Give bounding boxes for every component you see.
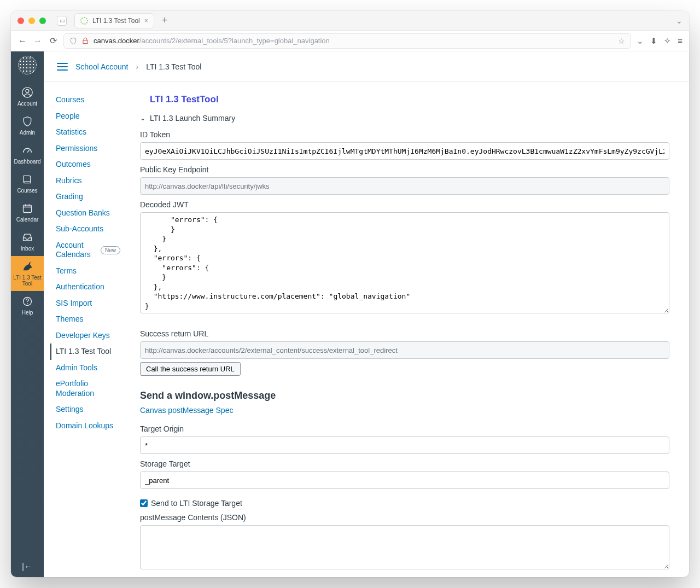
browser-tab[interactable]: LTI 1.3 Test Tool × <box>74 13 154 28</box>
global-nav-label: Inbox <box>21 246 34 252</box>
app-body: Account Admin Dashboard Courses <box>11 51 689 577</box>
subnav-item[interactable]: ePortfolio Moderation <box>56 376 120 401</box>
send-storage-checkbox-row[interactable]: Send to LTI Storage Target <box>140 499 669 508</box>
book-icon <box>21 173 33 185</box>
svg-rect-2 <box>24 205 32 212</box>
unicorn-icon <box>21 260 33 272</box>
global-nav-label: Courses <box>17 188 37 194</box>
main: School Account › LTI 1.3 Test Tool Cours… <box>44 51 689 577</box>
tab-close-icon[interactable]: × <box>144 17 148 25</box>
canvas-logo-icon[interactable] <box>18 56 37 74</box>
svg-point-4 <box>27 303 28 304</box>
id-token-input[interactable] <box>140 142 669 160</box>
post-message-contents-textarea[interactable] <box>140 525 669 569</box>
subnav-item[interactable]: Sub-Accounts <box>56 221 120 237</box>
global-nav: Account Admin Dashboard Courses <box>11 51 44 577</box>
hamburger-icon[interactable] <box>57 63 68 71</box>
close-window-icon[interactable] <box>18 18 24 24</box>
global-nav-account[interactable]: Account <box>11 82 44 111</box>
global-nav-label: Dashboard <box>14 159 41 165</box>
collapse-nav-icon[interactable]: |← <box>11 562 44 572</box>
global-nav-inbox[interactable]: Inbox <box>11 227 44 256</box>
subnav-item[interactable]: Account Calendars <box>56 237 97 263</box>
send-storage-label: Send to LTI Storage Target <box>151 499 242 508</box>
pocket-icon[interactable]: ⌄ <box>637 36 644 46</box>
global-nav-label: LTI 1.3 Test Tool <box>12 275 43 287</box>
chevron-down-icon: ⌄ <box>140 114 145 122</box>
new-badge: New <box>101 246 120 254</box>
global-nav-courses[interactable]: Courses <box>11 169 44 198</box>
subnav-item[interactable]: Outcomes <box>56 156 120 173</box>
global-nav-label: Account <box>18 101 37 107</box>
sidebar-toggle-icon[interactable]: ▭ <box>57 16 67 26</box>
subnav-item[interactable]: Statistics <box>56 124 120 141</box>
launch-summary-label: LTI 1.3 Launch Summary <box>150 114 235 123</box>
tabs-overflow-icon[interactable]: ⌄ <box>676 16 682 25</box>
shield-icon <box>21 115 33 127</box>
subnav-item[interactable]: SIS Import <box>56 295 120 312</box>
storage-target-label: Storage Target <box>140 459 669 468</box>
tab-title: LTI 1.3 Test Tool <box>92 17 140 25</box>
back-button[interactable]: ← <box>18 36 27 46</box>
subnav-item[interactable]: Themes <box>56 311 120 328</box>
tool-title: LTI 1.3 TestTool <box>150 94 669 105</box>
subnav-item[interactable]: Permissions <box>56 141 120 157</box>
subnav-item[interactable]: Grading <box>56 189 120 205</box>
global-nav-admin[interactable]: Admin <box>11 111 44 140</box>
minimize-window-icon[interactable] <box>28 18 35 24</box>
menu-icon[interactable]: ≡ <box>678 36 682 46</box>
public-key-label: Public Key Endpoint <box>140 165 669 174</box>
svg-point-1 <box>26 89 29 92</box>
downloads-icon[interactable]: ⬇ <box>650 36 657 46</box>
user-icon <box>21 86 33 98</box>
subnav-item[interactable]: Terms <box>56 263 120 280</box>
columns: CoursesPeopleStatisticsPermissionsOutcom… <box>44 82 689 577</box>
global-nav-label: Calendar <box>16 217 39 223</box>
public-key-input[interactable] <box>140 177 669 195</box>
global-nav-help[interactable]: Help <box>11 291 44 320</box>
subnav-item[interactable]: Domain Lookups <box>56 418 120 434</box>
subnav-item[interactable]: Rubrics <box>56 173 120 189</box>
breadcrumb-current: LTI 1.3 Test Tool <box>146 62 201 71</box>
reload-button[interactable]: ⟳ <box>48 36 58 46</box>
decoded-jwt-textarea[interactable] <box>140 212 669 313</box>
launch-summary-toggle[interactable]: ⌄ LTI 1.3 Launch Summary <box>140 114 669 123</box>
forward-button: → <box>33 36 43 46</box>
subnav-item[interactable]: Admin Tools <box>56 360 120 376</box>
global-nav-dashboard[interactable]: Dashboard <box>11 140 44 169</box>
post-message-spec-link[interactable]: Canvas postMessage Spec <box>140 406 233 415</box>
call-success-url-button[interactable]: Call the success return URL <box>140 362 241 376</box>
tab-favicon-icon <box>80 17 88 25</box>
subnav-item[interactable]: LTI 1.3 Test Tool <box>50 344 120 360</box>
subnav-item[interactable]: Developer Keys <box>56 328 120 344</box>
help-icon <box>21 295 33 307</box>
subnav-item[interactable]: Courses <box>56 92 120 108</box>
subnav-item[interactable]: Settings <box>56 401 120 418</box>
lock-icon <box>81 37 89 45</box>
gauge-icon <box>21 144 33 156</box>
account-subnav: CoursesPeopleStatisticsPermissionsOutcom… <box>44 82 120 577</box>
address-field[interactable]: canvas.docker/accounts/2/external_tools/… <box>63 33 631 49</box>
titlebar: ▭ LTI 1.3 Test Tool × + ⌄ <box>11 11 689 31</box>
toolbar-right: ⌄ ⬇ ✧ ≡ <box>637 36 682 46</box>
subnav-item[interactable]: Authentication <box>56 279 120 295</box>
bookmark-icon[interactable]: ☆ <box>618 37 625 45</box>
browser-window: ▭ LTI 1.3 Test Tool × + ⌄ ← → ⟳ canvas.d… <box>11 11 689 577</box>
url-bar: ← → ⟳ canvas.docker/accounts/2/external_… <box>11 31 689 51</box>
breadcrumb-parent[interactable]: School Account <box>75 62 129 71</box>
success-url-input[interactable] <box>140 341 669 359</box>
new-tab-button[interactable]: + <box>159 15 171 26</box>
maximize-window-icon[interactable] <box>39 18 46 24</box>
target-origin-input[interactable] <box>140 436 669 454</box>
calendar-icon <box>21 202 33 214</box>
subnav-item[interactable]: People <box>56 108 120 125</box>
global-nav-calendar[interactable]: Calendar <box>11 198 44 227</box>
storage-target-input[interactable] <box>140 471 669 489</box>
subnav-item[interactable]: Question Banks <box>56 205 120 222</box>
send-storage-checkbox[interactable] <box>140 499 148 507</box>
inbox-icon <box>21 231 33 243</box>
content: LTI 1.3 TestTool ⌄ LTI 1.3 Launch Summar… <box>120 82 689 577</box>
global-nav-lti-tool[interactable]: LTI 1.3 Test Tool <box>11 256 44 291</box>
post-message-contents-label: postMessage Contents (JSON) <box>140 513 669 522</box>
extensions-icon[interactable]: ✧ <box>664 36 671 46</box>
